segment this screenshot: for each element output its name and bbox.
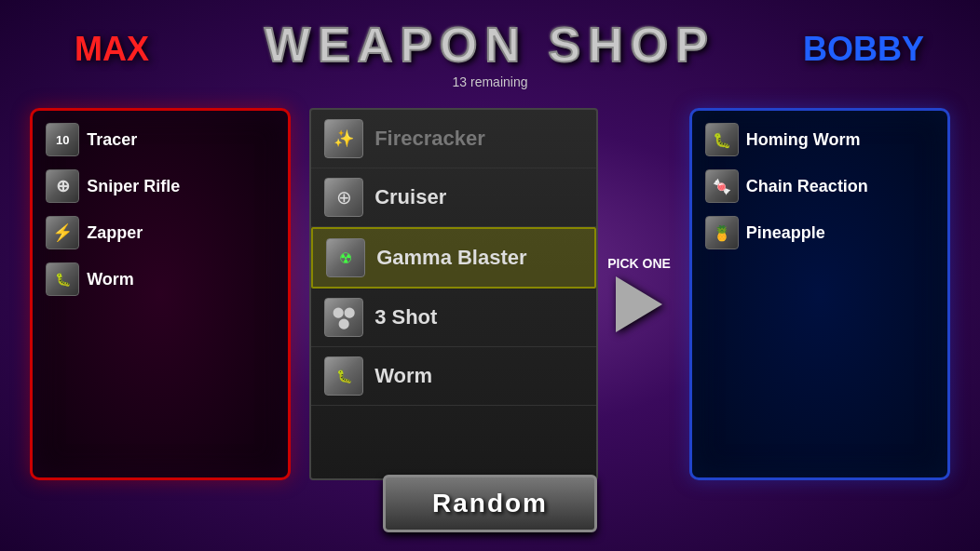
worm-icon-center: 🐛 xyxy=(324,356,363,396)
sel-name-3shot: 3 Shot xyxy=(374,305,437,329)
weapon-name-worm-max: Worm xyxy=(87,270,134,289)
player-bobby-label: BOBBY xyxy=(803,30,924,69)
random-button-area: Random xyxy=(383,475,597,532)
sniper-rifle-icon: ⊕ xyxy=(46,169,79,203)
sel-name-firecracker: Firecracker xyxy=(374,127,485,151)
max-panel: 10 Tracer ⊕ Sniper Rifle ⚡ Zapper 🐛 Worm xyxy=(30,108,291,480)
list-item[interactable]: ✨ Firecracker xyxy=(311,110,596,168)
list-item[interactable]: 🍬 Chain Reaction xyxy=(700,165,940,208)
sel-name-worm: Worm xyxy=(374,364,432,388)
weapon-name-homing-worm: Homing Worm xyxy=(746,130,861,150)
homing-worm-icon: 🐛 xyxy=(705,123,739,156)
main-layout: 10 Tracer ⊕ Sniper Rifle ⚡ Zapper 🐛 Worm xyxy=(0,99,980,480)
pick-area: PICK ONE xyxy=(607,256,671,333)
weapon-name-zapper: Zapper xyxy=(87,223,143,243)
list-item[interactable]: ⚡ Zapper xyxy=(40,211,280,254)
list-item[interactable]: ⊕ Cruiser xyxy=(311,168,596,227)
weapon-name-sniper: Sniper Rifle xyxy=(87,177,180,196)
player-max-label: MAX xyxy=(75,30,149,69)
chain-reaction-icon: 🍬 xyxy=(705,169,739,203)
list-item[interactable]: 🐛 Homing Worm xyxy=(700,118,940,161)
sel-name-gamma: Gamma Blaster xyxy=(376,246,526,270)
random-button-label: Random xyxy=(432,489,548,517)
list-item[interactable]: 🍍 Pineapple xyxy=(700,211,940,254)
3shot-icon: ⬤⬤⬤ xyxy=(324,298,363,337)
weapon-name-chain-reaction: Chain Reaction xyxy=(746,177,868,196)
bobby-panel: 🐛 Homing Worm 🍬 Chain Reaction 🍍 Pineapp… xyxy=(689,108,950,480)
pineapple-icon: 🍍 xyxy=(705,216,739,249)
pick-one-label: PICK ONE xyxy=(607,256,671,272)
list-item[interactable]: ⊕ Sniper Rifle xyxy=(40,165,280,208)
list-item[interactable]: 🐛 Worm xyxy=(40,258,280,301)
gamma-blaster-icon: ☢ xyxy=(326,238,365,277)
zapper-icon: ⚡ xyxy=(46,216,79,249)
tracer-icon: 10 xyxy=(46,123,79,156)
list-item[interactable]: ⬤⬤⬤ 3 Shot xyxy=(311,289,596,347)
worm-icon-max: 🐛 xyxy=(46,262,79,296)
center-area: ✨ Firecracker ⊕ Cruiser ☢ Gamma Blaster xyxy=(309,108,671,480)
firecracker-icon: ✨ xyxy=(324,119,363,158)
sel-name-cruiser: Cruiser xyxy=(374,185,446,209)
cruiser-icon: ⊕ xyxy=(324,178,363,217)
list-item[interactable]: ☢ Gamma Blaster xyxy=(311,227,596,289)
weapon-selection-panel: ✨ Firecracker ⊕ Cruiser ☢ Gamma Blaster xyxy=(309,108,598,480)
weapon-name-pineapple: Pineapple xyxy=(746,223,825,243)
weapon-name-tracer: Tracer xyxy=(87,130,137,150)
arrow-right-icon xyxy=(616,276,662,332)
remaining-count: 13 remaining xyxy=(0,74,980,89)
list-item[interactable]: 10 Tracer xyxy=(40,118,280,161)
list-item[interactable]: 🐛 Worm xyxy=(311,347,596,406)
random-button[interactable]: Random xyxy=(383,475,597,532)
